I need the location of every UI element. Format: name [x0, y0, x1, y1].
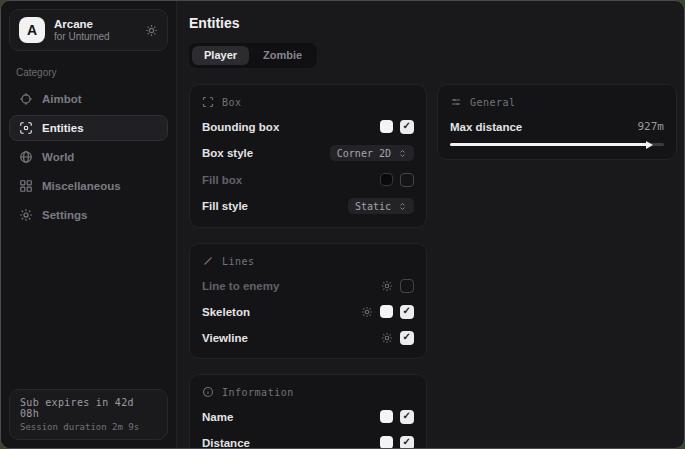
section-title: Information — [222, 387, 294, 398]
sidebar-item-label: Entities — [42, 122, 84, 134]
sidebar-item-world[interactable]: World — [9, 144, 168, 170]
app-name: Arcane — [54, 18, 136, 31]
setting-row: Distance — [202, 435, 414, 448]
slider-thumb-icon[interactable] — [646, 141, 653, 149]
setting-row: Fill box — [202, 172, 414, 187]
page-title: Entities — [189, 15, 672, 31]
color-swatch[interactable] — [380, 120, 393, 133]
section-title: General — [470, 97, 516, 108]
sidebar-item-label: Miscellaneous — [42, 180, 121, 192]
session-duration-text: Session duration 2m 9s — [20, 422, 157, 432]
checkbox[interactable] — [400, 331, 414, 345]
gear-icon[interactable] — [361, 306, 373, 318]
sidebar-item-label: Aimbot — [42, 93, 82, 105]
checkbox[interactable] — [400, 410, 414, 424]
checkbox[interactable] — [400, 305, 414, 319]
max-distance-slider[interactable] — [450, 143, 664, 146]
sliders-icon — [450, 96, 462, 108]
setting-label: Name — [202, 411, 233, 423]
sidebar-header: A Arcane for Unturned — [9, 9, 168, 51]
sidebar-item-aimbot[interactable]: Aimbot — [9, 86, 168, 112]
tab-player[interactable]: Player — [192, 46, 249, 65]
setting-row: Viewline — [202, 330, 414, 345]
crosshair-icon — [19, 92, 33, 106]
setting-row: Line to enemy — [202, 278, 414, 293]
sidebar-nav: Aimbot Entities World Miscellaneous — [9, 86, 168, 228]
setting-row: Bounding box — [202, 119, 414, 134]
information-section: Information Name Distance — [189, 374, 427, 448]
color-swatch[interactable] — [380, 305, 393, 318]
line-icon — [202, 255, 214, 267]
scan-icon — [19, 121, 33, 135]
sidebar-item-label: Settings — [42, 209, 87, 221]
checkbox[interactable] — [400, 173, 414, 187]
category-label: Category — [16, 67, 161, 78]
gear-icon[interactable] — [381, 280, 393, 292]
setting-label: Bounding box — [202, 121, 279, 133]
setting-label: Skeleton — [202, 306, 250, 318]
app-logo: A — [19, 17, 45, 43]
setting-row: Name — [202, 409, 414, 424]
grid-icon — [19, 179, 33, 193]
box-style-dropdown[interactable]: Corner 2D — [330, 145, 414, 161]
section-title: Lines — [222, 256, 255, 267]
gear-icon[interactable] — [145, 24, 158, 37]
sidebar-item-entities[interactable]: Entities — [9, 115, 168, 141]
setting-label: Line to enemy — [202, 280, 279, 292]
setting-label: Viewline — [202, 332, 248, 344]
entity-tabs: Player Zombie — [189, 43, 317, 68]
chevron-up-down-icon — [398, 149, 407, 158]
setting-label: Fill box — [202, 174, 242, 186]
color-swatch[interactable] — [380, 436, 393, 448]
setting-row: Skeleton — [202, 304, 414, 319]
checkbox[interactable] — [400, 120, 414, 134]
subscription-info: Sub expires in 42d 08h Session duration … — [9, 389, 168, 440]
section-title: Box — [222, 97, 242, 108]
tab-zombie[interactable]: Zombie — [251, 46, 314, 65]
gear-icon — [19, 208, 33, 222]
general-section: General Max distance 927m — [437, 84, 677, 160]
sidebar-item-miscellaneous[interactable]: Miscellaneous — [9, 173, 168, 199]
globe-icon — [19, 150, 33, 164]
fill-style-dropdown[interactable]: Static — [348, 198, 414, 214]
setting-row: Fill style Static — [202, 198, 414, 214]
checkbox[interactable] — [400, 279, 414, 293]
slider-value: 927m — [638, 120, 665, 133]
box-section: Box Bounding box Box style Corner 2D — [189, 84, 427, 228]
setting-label: Fill style — [202, 200, 248, 212]
lines-section: Lines Line to enemy Skeleton — [189, 243, 427, 359]
gear-icon[interactable] — [381, 332, 393, 344]
main-panel: Entities Player Zombie Box Bounding box — [177, 1, 684, 448]
setting-label: Box style — [202, 147, 253, 159]
color-swatch[interactable] — [380, 173, 393, 186]
box-corners-icon — [202, 96, 214, 108]
info-icon — [202, 386, 214, 398]
app-window: A Arcane for Unturned Category Aimbot — [0, 0, 685, 449]
app-subtitle: for Unturned — [54, 31, 136, 43]
setting-row: Box style Corner 2D — [202, 145, 414, 161]
color-swatch[interactable] — [380, 410, 393, 423]
setting-label: Distance — [202, 437, 250, 449]
sidebar: A Arcane for Unturned Category Aimbot — [1, 1, 177, 448]
sidebar-item-settings[interactable]: Settings — [9, 202, 168, 228]
checkbox[interactable] — [400, 436, 414, 449]
sub-expiry-text: Sub expires in 42d 08h — [20, 397, 157, 419]
chevron-up-down-icon — [398, 202, 407, 211]
setting-label: Max distance — [450, 121, 522, 133]
sidebar-item-label: World — [42, 151, 74, 163]
